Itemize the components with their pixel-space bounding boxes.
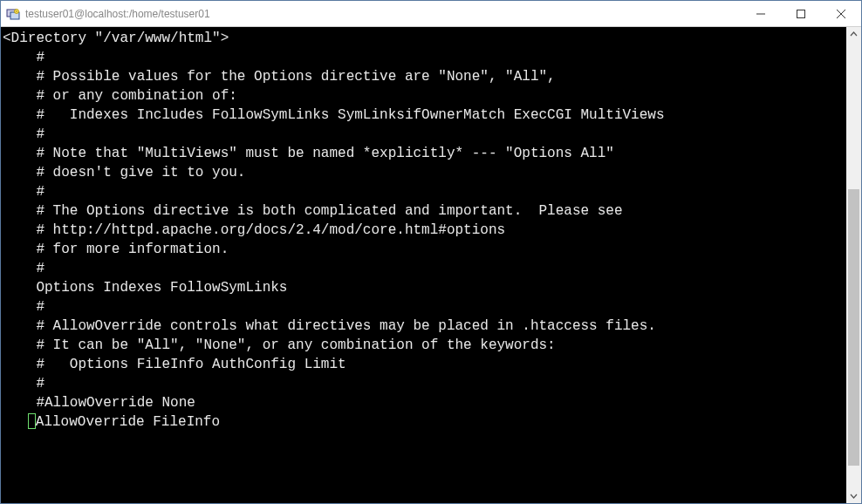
terminal-output[interactable]: <Directory "/var/www/html"> # # Possible… [1,27,846,503]
vertical-scrollbar[interactable] [846,27,861,503]
terminal-line: # Options FileInfo AuthConfig Limit [3,355,846,374]
scroll-up-arrow-icon[interactable] [846,27,861,42]
terminal-line: # Note that "MultiViews" must be named *… [3,144,846,163]
titlebar[interactable]: testuser01@localhost:/home/testuser01 [1,1,861,27]
maximize-button[interactable] [781,1,821,26]
terminal-line: # [3,259,846,278]
terminal-line: # or any combination of: [3,86,846,106]
terminal-line: # Indexes Includes FollowSymLinks SymLin… [3,106,846,125]
terminal-line: Options Indexes FollowSymLinks [3,278,846,297]
minimize-button[interactable] [741,1,781,26]
terminal-line: # [3,374,846,393]
scroll-track[interactable] [846,42,861,488]
terminal-line: # for more information. [3,240,846,259]
text-cursor [28,413,36,429]
terminal-line: AllowOverride FileInfo [3,412,846,432]
svg-rect-3 [797,10,805,17]
terminal-line: # doesn't give it to you. [3,163,846,182]
terminal-line: # The Options directive is both complica… [3,201,846,221]
window-controls [741,1,861,26]
terminal-line: # It can be "All", "None", or any combin… [3,336,846,355]
scroll-down-arrow-icon[interactable] [846,488,861,503]
app-window: testuser01@localhost:/home/testuser01 <D… [0,0,862,504]
terminal-line: # AllowOverride controls what directives… [3,317,846,336]
titlebar-left: testuser01@localhost:/home/testuser01 [1,7,741,21]
scroll-thumb[interactable] [848,189,859,466]
terminal-line: # [3,182,846,201]
terminal-line: # http://httpd.apache.org/docs/2.4/mod/c… [3,221,846,240]
terminal-line: # [3,297,846,317]
terminal-line: #AllowOverride None [3,393,846,412]
terminal-line: <Directory "/var/www/html"> [3,29,846,48]
app-icon [6,7,20,21]
close-button[interactable] [821,1,861,26]
terminal-line: # [3,48,846,67]
window-title: testuser01@localhost:/home/testuser01 [25,8,210,20]
content-area: <Directory "/var/www/html"> # # Possible… [1,27,861,503]
terminal-line: # [3,125,846,144]
terminal-line: # Possible values for the Options direct… [3,67,846,86]
